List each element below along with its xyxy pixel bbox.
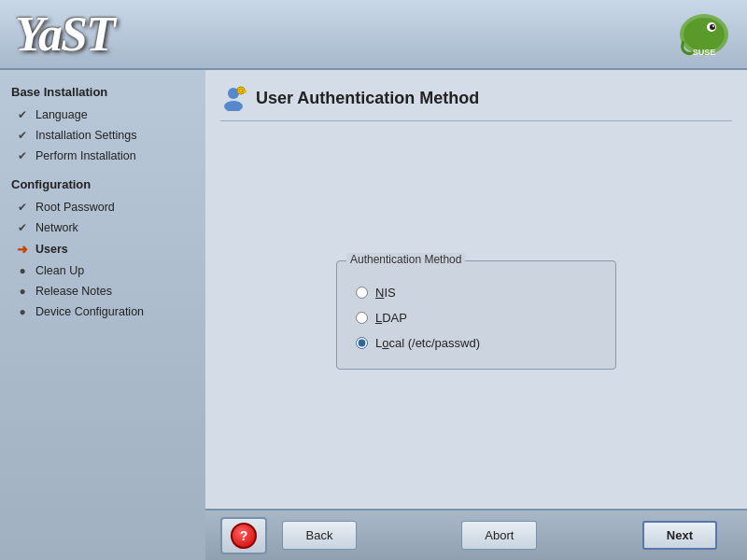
sidebar-item-release-notes[interactable]: ● Release Notes (11, 283, 194, 300)
auth-method-box: Authentication Method NIS LDAP Loc (336, 260, 616, 370)
dot-icon: ● (15, 305, 30, 318)
check-icon: ✔ (15, 108, 30, 121)
svg-point-7 (224, 101, 243, 111)
check-icon: ✔ (15, 221, 30, 234)
sidebar-item-device-configuration[interactable]: ● Device Configuration (11, 303, 194, 320)
sidebar-item-label: Release Notes (35, 285, 112, 298)
sidebar-item-label: Clean Up (35, 264, 84, 277)
sidebar-item-perform-installation[interactable]: ✔ Perform Installation (11, 147, 194, 164)
dot-icon: ● (15, 285, 30, 298)
arrow-icon: ➜ (15, 242, 30, 257)
sidebar-item-label: Installation Settings (35, 129, 136, 142)
nis-label: NIS (375, 286, 396, 300)
main-layout: Base Installation ✔ Language ✔ Installat… (0, 70, 747, 560)
radio-group: NIS LDAP Local (/etc/passwd) (356, 286, 587, 350)
local-radio[interactable] (356, 337, 368, 349)
ldap-radio[interactable] (356, 312, 368, 324)
svg-point-3 (710, 24, 715, 30)
next-button[interactable]: Next (642, 521, 717, 550)
content-area: User Authentication Method Authenticatio… (205, 70, 747, 509)
suse-logo: SUSE (676, 8, 732, 60)
sidebar-item-users[interactable]: ➜ Users (11, 240, 194, 259)
back-button[interactable]: Back (282, 521, 357, 550)
sidebar-item-label: Perform Installation (35, 149, 136, 162)
sidebar-item-label: Users (35, 243, 68, 256)
content-header: User Authentication Method (220, 85, 732, 121)
page-title: User Authentication Method (256, 89, 479, 108)
svg-point-1 (684, 18, 725, 51)
svg-rect-10 (243, 91, 247, 92)
ldap-label: LDAP (375, 311, 407, 325)
footer: ? Back Abort Next (205, 509, 747, 560)
check-icon: ✔ (15, 201, 30, 214)
sidebar-item-installation-settings[interactable]: ✔ Installation Settings (11, 127, 194, 144)
header: YaST SUSE (0, 0, 747, 70)
help-icon: ? (231, 523, 257, 549)
sidebar-item-network[interactable]: ✔ Network (11, 219, 194, 236)
svg-text:SUSE: SUSE (693, 48, 716, 57)
check-icon: ✔ (15, 149, 30, 162)
sidebar-item-label: Device Configuration (35, 305, 144, 318)
user-auth-icon (220, 85, 247, 111)
sidebar-item-language[interactable]: ✔ Language (11, 106, 194, 123)
sidebar-item-clean-up[interactable]: ● Clean Up (11, 262, 194, 279)
radio-local[interactable]: Local (/etc/passwd) (356, 336, 587, 350)
local-label: Local (/etc/passwd) (375, 336, 480, 350)
abort-button[interactable]: Abort (461, 521, 537, 550)
base-installation-title: Base Installation (11, 85, 194, 99)
sidebar-item-label: Root Password (35, 201, 115, 214)
sidebar-item-label: Network (35, 221, 78, 234)
radio-ldap[interactable]: LDAP (356, 311, 587, 325)
sidebar: Base Installation ✔ Language ✔ Installat… (0, 70, 205, 560)
content-body: Authentication Method NIS LDAP Loc (220, 136, 732, 494)
nis-radio[interactable] (356, 287, 368, 299)
auth-box-legend: Authentication Method (346, 253, 465, 266)
configuration-title: Configuration (11, 177, 194, 191)
radio-nis[interactable]: NIS (356, 286, 587, 300)
svg-point-4 (712, 25, 714, 27)
yast-logo: YaST (15, 7, 114, 62)
dot-icon: ● (15, 264, 30, 277)
sidebar-item-root-password[interactable]: ✔ Root Password (11, 199, 194, 216)
sidebar-item-label: Language (35, 108, 88, 121)
check-icon: ✔ (15, 129, 30, 142)
help-button[interactable]: ? (220, 517, 267, 554)
